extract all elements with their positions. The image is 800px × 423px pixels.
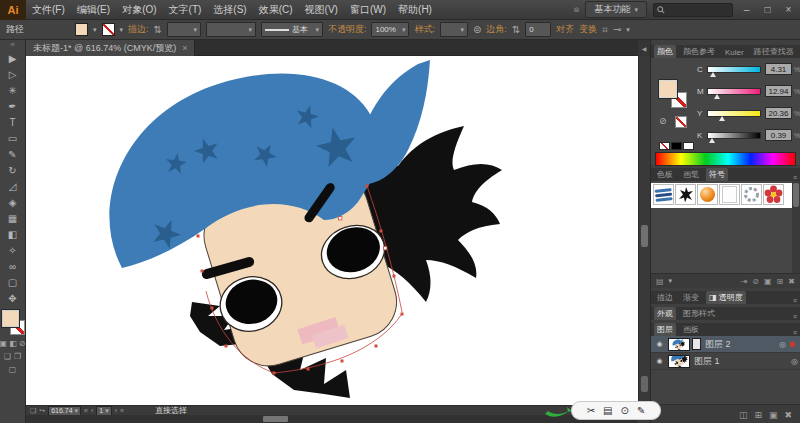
none-icon[interactable]: ⊘ [659, 116, 667, 126]
chevron-down-icon[interactable]: ▾ [93, 26, 97, 34]
menu-item-type[interactable]: 文字(T) [163, 0, 208, 20]
scissors-icon[interactable]: ✂ [587, 402, 595, 419]
history-icon[interactable]: ↪ [39, 407, 45, 415]
first-artboard-icon[interactable]: « [84, 407, 88, 414]
new-sublayer-icon[interactable]: ⊞ [754, 410, 762, 420]
brush-definition-select[interactable]: 基本 ▾ [261, 22, 323, 37]
symbol-orange-sphere[interactable] [697, 184, 718, 205]
rotate-tool[interactable]: ↻ [0, 162, 26, 178]
panel-menu-icon[interactable]: ≡ [793, 174, 797, 181]
dock-collapse-button[interactable]: ◀ [638, 40, 650, 56]
record-icon[interactable]: ⊙ [621, 402, 629, 419]
none-swatch[interactable] [659, 142, 670, 150]
layer-thumbnail[interactable] [668, 338, 690, 351]
panel-menu-icon[interactable]: ≡ [793, 313, 797, 320]
close-button[interactable]: × [781, 4, 796, 15]
make-clipping-mask-icon[interactable]: ◫ [739, 410, 748, 420]
none-swatch[interactable] [675, 116, 687, 128]
delete-layer-icon[interactable]: ✖ [784, 410, 792, 420]
tab-appearance[interactable]: 外观 [654, 307, 676, 320]
tab-brushes[interactable]: 画笔 [680, 168, 702, 181]
rectangle-tool[interactable]: ▭ [0, 130, 26, 146]
opacity-label[interactable]: 不透明度: [328, 23, 367, 36]
tab-graphic-styles[interactable]: 图形样式 [680, 307, 718, 320]
layer-name[interactable]: 图层 2 [705, 338, 731, 351]
menu-item-object[interactable]: 对象(O) [116, 0, 162, 20]
eyedropper-tool[interactable]: ✧ [0, 242, 26, 258]
tab-color[interactable]: 颜色 [654, 45, 676, 58]
corner-value-field[interactable]: 0 [525, 22, 551, 37]
opacity-select[interactable]: 100% ▾ [371, 22, 409, 37]
pen-icon[interactable]: ✎ [637, 402, 645, 419]
restore-button[interactable]: □ [760, 4, 775, 15]
slider-thumb[interactable] [719, 116, 725, 121]
stroke-color-swatch[interactable] [102, 23, 115, 36]
selection-tool[interactable]: ▶ [0, 50, 26, 66]
tab-transparency[interactable]: ◨ 透明度 [706, 291, 746, 304]
recolor-artwork-icon[interactable]: ⊜ [473, 24, 481, 35]
visibility-eye-icon[interactable]: ◉ [653, 357, 666, 365]
menu-item-edit[interactable]: 编辑(E) [71, 0, 116, 20]
tab-color-guide[interactable]: 颜色参考 [680, 45, 718, 58]
width-profile-select[interactable]: ▾ [206, 22, 256, 37]
paintbrush-tool[interactable]: ✎ [0, 146, 26, 162]
symbols-scrollbar-thumb[interactable] [793, 183, 799, 207]
share-icon[interactable]: ⊜ [574, 6, 580, 14]
color-spectrum-bar[interactable] [655, 152, 796, 166]
yellow-slider[interactable] [707, 110, 761, 117]
gradient-tool[interactable]: ◧ [0, 226, 26, 242]
symbol-options-icon[interactable]: ▣ [764, 277, 772, 286]
blend-tool[interactable]: ∞ [0, 258, 26, 274]
artboard-tool[interactable]: ▢ [0, 274, 26, 290]
menu-item-file[interactable]: 文件(F) [26, 0, 71, 20]
black-slider[interactable] [707, 132, 761, 139]
minimize-button[interactable]: – [739, 4, 754, 15]
layer-thumbnail[interactable] [668, 355, 690, 368]
doc-info-icon[interactable]: ❏ [30, 407, 36, 415]
stroke-label[interactable]: 描边: [128, 23, 149, 36]
magenta-value[interactable]: 12.94 [765, 85, 792, 97]
symbols-scrollbar[interactable] [792, 181, 800, 273]
slider-thumb[interactable] [709, 138, 715, 143]
gradient-button[interactable]: ◧ [9, 339, 17, 348]
zoom-level-select[interactable]: 616.74 ▾ [48, 406, 81, 416]
magic-wand-tool[interactable]: ✳ [0, 82, 26, 98]
keyboard-icon[interactable]: ▤ [603, 402, 612, 419]
next-artboard-icon[interactable]: › [115, 407, 117, 414]
app-logo-icon[interactable]: Ai [0, 0, 26, 20]
draw-behind-icon[interactable]: ❐ [14, 352, 21, 361]
draw-normal-icon[interactable]: ❏ [4, 352, 11, 361]
stepper-icon[interactable]: ⇅ [512, 24, 520, 35]
menu-item-effect[interactable]: 效果(C) [253, 0, 299, 20]
menu-item-select[interactable]: 选择(S) [207, 0, 252, 20]
delete-symbol-icon[interactable]: ✖ [788, 277, 795, 286]
artboard-canvas[interactable] [26, 56, 638, 405]
tab-kuler[interactable]: Kuler [722, 47, 747, 58]
isolate-selection-icon[interactable]: ⊸ [613, 24, 621, 35]
black-value[interactable]: 0.39 [765, 129, 792, 141]
hand-tool[interactable]: ✥ [0, 290, 26, 306]
tab-gradient[interactable]: 渐变 [680, 291, 702, 304]
horizontal-scrollbar-thumb[interactable] [263, 416, 288, 422]
break-link-icon[interactable]: ⊘ [752, 277, 759, 286]
menu-item-help[interactable]: 帮助(H) [392, 0, 438, 20]
menu-item-view[interactable]: 视图(V) [299, 0, 344, 20]
tab-symbols[interactable]: 符号 [706, 168, 728, 181]
type-tool[interactable]: T [0, 114, 26, 130]
direct-selection-tool[interactable]: ▷ [0, 66, 26, 82]
none-button[interactable]: ⊘ [19, 339, 26, 348]
symbol-libraries-icon[interactable]: ▤ [656, 277, 664, 286]
cyan-value[interactable]: 4.31 [765, 63, 792, 75]
magenta-slider[interactable] [707, 88, 761, 95]
menu-item-window[interactable]: 窗口(W) [344, 0, 392, 20]
layer-content-chip[interactable] [692, 338, 701, 350]
fill-color-swatch[interactable] [75, 23, 88, 36]
style-label[interactable]: 样式: [414, 23, 435, 36]
symbol-sprayer-tool[interactable]: ◈ [0, 194, 26, 210]
symbol-red-flower[interactable] [763, 184, 784, 205]
symbol-ribbon[interactable] [653, 184, 674, 205]
panel-menu-icon[interactable]: ≡ [793, 297, 797, 304]
prev-artboard-icon[interactable]: ‹ [91, 407, 93, 414]
layer-row-1[interactable]: ◉ 图层 1 ◎ [651, 353, 800, 370]
artwork[interactable] [26, 56, 638, 405]
